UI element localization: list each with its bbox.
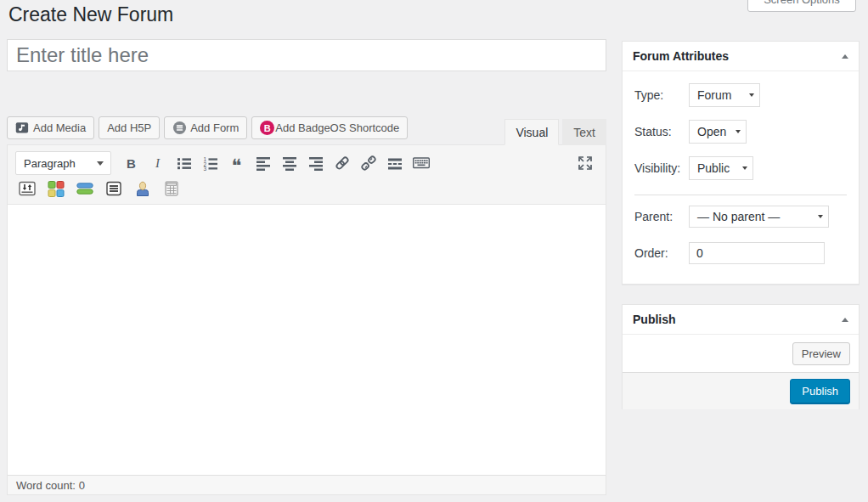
tab-visual[interactable]: Visual — [504, 119, 559, 145]
preview-button[interactable]: Preview — [792, 342, 850, 365]
svg-text:3: 3 — [203, 166, 206, 171]
align-left-button[interactable] — [250, 152, 276, 174]
chevron-down-icon — [742, 166, 747, 170]
add-h5p-button[interactable]: Add H5P — [99, 116, 160, 139]
unlink-button[interactable] — [355, 152, 381, 174]
bold-icon: B — [127, 156, 136, 171]
lined-box-button[interactable] — [104, 179, 124, 198]
numbered-list-button[interactable]: 1 2 3 — [197, 152, 223, 174]
status-select-value: Open — [697, 125, 726, 138]
toolbar-row-2 — [8, 178, 606, 204]
keyboard-toggle-button[interactable] — [408, 152, 434, 174]
status-field-row: Status: Open — [634, 120, 847, 144]
link-icon — [334, 155, 351, 172]
media-icon — [15, 121, 30, 135]
bold-button[interactable]: B — [118, 152, 144, 174]
lined-box-icon — [105, 180, 122, 197]
forum-attributes-panel: Forum Attributes Type: Forum Status: Ope… — [622, 41, 860, 285]
chevron-down-icon — [736, 130, 741, 133]
import-export-button[interactable] — [17, 179, 37, 198]
align-right-button[interactable] — [302, 152, 329, 174]
word-count-value: 0 — [79, 479, 85, 492]
italic-icon: I — [155, 156, 160, 171]
divider — [634, 195, 847, 195]
parent-label: Parent: — [634, 210, 689, 223]
align-center-button[interactable] — [276, 152, 302, 174]
publish-major-actions: Publish — [623, 372, 859, 409]
collapse-up-arrow-icon[interactable] — [842, 54, 848, 59]
align-center-icon — [282, 155, 297, 171]
parent-select[interactable]: — No parent — — [689, 206, 829, 228]
parent-select-value: — No parent — — [697, 210, 780, 223]
add-badgeos-shortcode-button[interactable]: B Add BadgeOS Shortcode — [251, 116, 408, 139]
import-export-box-icon — [19, 180, 36, 197]
person-icon — [134, 180, 151, 197]
bulleted-list-button[interactable] — [171, 152, 197, 174]
link-button[interactable] — [329, 152, 355, 174]
align-left-icon — [256, 155, 271, 171]
keyboard-icon — [413, 155, 430, 172]
blockquote-button[interactable]: ❝ — [223, 152, 250, 174]
page-title: Create New Forum — [8, 0, 173, 29]
forum-attributes-title: Forum Attributes — [633, 49, 729, 63]
fullscreen-expand-button[interactable] — [572, 152, 598, 174]
editor-content-area[interactable] — [8, 205, 606, 475]
word-count-label: Word count: — [16, 479, 76, 492]
spreadsheet-button[interactable] — [161, 179, 182, 198]
publish-minor-actions: Preview — [623, 335, 859, 372]
chevron-down-icon — [749, 93, 754, 97]
visibility-select-value: Public — [697, 161, 730, 175]
visibility-label: Visibility: — [634, 161, 689, 175]
fullscreen-expand-icon — [578, 155, 593, 171]
bulleted-list-icon — [177, 155, 192, 171]
type-select-value: Forum — [697, 88, 731, 102]
editor-container: Paragraph B I — [7, 144, 606, 495]
more-tag-icon — [387, 155, 403, 171]
add-media-label: Add Media — [33, 121, 86, 134]
tab-text[interactable]: Text — [562, 119, 606, 145]
editor-mode-tabs: Visual Text — [504, 118, 606, 144]
type-label: Type: — [634, 88, 689, 102]
toolbar-row-1: Paragraph B I — [8, 145, 606, 178]
screen-options-button[interactable]: Screen Options — [747, 0, 856, 12]
add-form-label: Add Form — [190, 121, 239, 134]
blue-green-bars-button[interactable] — [75, 179, 95, 198]
blue-green-bars-icon — [76, 180, 93, 197]
add-h5p-label: Add H5P — [107, 121, 151, 134]
post-title-input[interactable] — [7, 39, 606, 71]
media-buttons-row: Add Media Add H5P Add Form B Add BadgeOS… — [7, 116, 408, 139]
spreadsheet-icon — [163, 180, 180, 197]
chevron-down-icon — [97, 161, 104, 166]
add-badgeos-label: Add BadgeOS Shortcode — [275, 121, 399, 134]
type-field-row: Type: Forum — [634, 83, 847, 107]
publish-panel: Publish Preview Publish — [622, 304, 860, 409]
more-tag-button[interactable] — [381, 152, 408, 174]
order-field-row: Order: — [634, 242, 847, 264]
collapse-up-arrow-icon[interactable] — [842, 318, 848, 322]
parent-field-row: Parent: — No parent — — [634, 206, 847, 228]
visibility-field-row: Visibility: Public — [634, 156, 847, 180]
forum-attributes-header[interactable]: Forum Attributes — [623, 42, 859, 71]
badgeos-b-icon: B — [260, 121, 274, 135]
color-blocks-icon — [48, 180, 65, 197]
visibility-select[interactable]: Public — [689, 156, 753, 180]
person-button[interactable] — [132, 179, 153, 198]
add-form-button[interactable]: Add Form — [164, 116, 247, 139]
status-select[interactable]: Open — [689, 120, 747, 144]
publish-title: Publish — [633, 313, 676, 326]
publish-button[interactable]: Publish — [790, 379, 850, 404]
blockquote-icon: ❝ — [232, 162, 242, 171]
add-media-button[interactable]: Add Media — [7, 116, 94, 139]
align-right-icon — [308, 155, 324, 171]
italic-button[interactable]: I — [144, 152, 171, 174]
color-blocks-button[interactable] — [46, 179, 66, 198]
order-label: Order: — [634, 246, 689, 260]
order-input[interactable] — [689, 242, 825, 264]
main-column: Create New Forum Add Media Add H5P — [7, 0, 606, 502]
editor-toolbar: Paragraph B I — [8, 145, 606, 205]
type-select[interactable]: Forum — [689, 83, 760, 107]
paragraph-format-select[interactable]: Paragraph — [15, 151, 111, 175]
numbered-list-icon: 1 2 3 — [203, 155, 218, 171]
publish-header[interactable]: Publish — [623, 305, 859, 335]
unlink-icon — [360, 155, 377, 172]
